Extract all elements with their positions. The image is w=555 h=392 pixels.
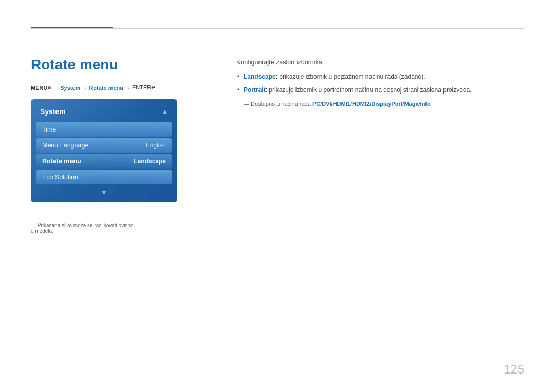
menu-item-time-label: Time bbox=[42, 126, 56, 133]
breadcrumb-arrow-2: → bbox=[82, 85, 87, 91]
menu-item-eco[interactable]: Eco Solution bbox=[36, 170, 172, 184]
menu-item-time[interactable]: Time bbox=[36, 122, 172, 137]
breadcrumb-enter: ENTER↵ bbox=[132, 84, 156, 91]
portrait-rest: : prikazuje izbornik u portretnom načinu… bbox=[266, 86, 472, 94]
page-title: Rotate menu bbox=[31, 57, 216, 73]
bullet-landscape: Landscape: prikazuje izbornik u pejzažno… bbox=[236, 72, 524, 81]
system-menu: System ▲ Time Menu Language English Rota… bbox=[31, 99, 177, 202]
bullet-portrait: Portrait: prikazuje izbornik u portretno… bbox=[236, 85, 524, 95]
footer-note: ― Prikazana slika može se razlikovati ov… bbox=[31, 218, 134, 234]
breadcrumb-system: System bbox=[60, 85, 80, 91]
left-column: Rotate menu MENU ≡ → System → Rotate men… bbox=[31, 57, 216, 234]
up-arrow-icon: ▲ bbox=[162, 108, 168, 115]
menu-item-rotate-value: Landscape bbox=[134, 158, 166, 165]
breadcrumb: MENU ≡ → System → Rotate menu → ENTER↵ bbox=[31, 84, 216, 91]
portrait-label: Portrait bbox=[244, 86, 266, 94]
menu-item-language-label: Menu Language bbox=[42, 142, 88, 149]
breadcrumb-rotate: Rotate menu bbox=[89, 85, 123, 91]
landscape-rest: : prikazuje izbornik u pejzažnom načinu … bbox=[276, 73, 425, 80]
note-line: ― Dostupno u načinu rada PC/DVI/HDMI1/HD… bbox=[236, 100, 524, 108]
page-number: 125 bbox=[504, 362, 524, 377]
menu-item-language[interactable]: Menu Language English bbox=[36, 138, 172, 153]
bullet-list: Landscape: prikazuje izbornik u pejzažno… bbox=[236, 72, 524, 95]
down-arrow-icon: ▼ bbox=[31, 186, 177, 197]
menu-item-eco-label: Eco Solution bbox=[42, 174, 78, 181]
system-menu-label: System bbox=[40, 107, 66, 116]
breadcrumb-arrow-3: → bbox=[125, 85, 131, 91]
system-menu-title: System ▲ bbox=[31, 104, 177, 121]
breadcrumb-menu: MENU bbox=[31, 85, 47, 91]
right-column: Konfigurirajte zaslon izbornika. Landsca… bbox=[236, 57, 524, 234]
footer-note-text: ― Prikazana slika može se razlikovati ov… bbox=[31, 222, 134, 234]
description-title: Konfigurirajte zaslon izbornika. bbox=[236, 59, 524, 66]
breadcrumb-arrow-1: → bbox=[53, 85, 59, 91]
note-prefix: ― Dostupno u načinu rada bbox=[244, 101, 312, 107]
breadcrumb-menu-icon: ≡ bbox=[48, 85, 51, 90]
landscape-label: Landscape bbox=[244, 73, 276, 80]
menu-item-rotate-label: Rotate menu bbox=[42, 158, 81, 165]
menu-item-language-value: English bbox=[146, 142, 166, 149]
note-modes: PC/DVI/HDMI1/HDMI2/DisplayPort/MagicInfo bbox=[312, 101, 431, 107]
menu-item-rotate[interactable]: Rotate menu Landscape bbox=[36, 154, 172, 169]
